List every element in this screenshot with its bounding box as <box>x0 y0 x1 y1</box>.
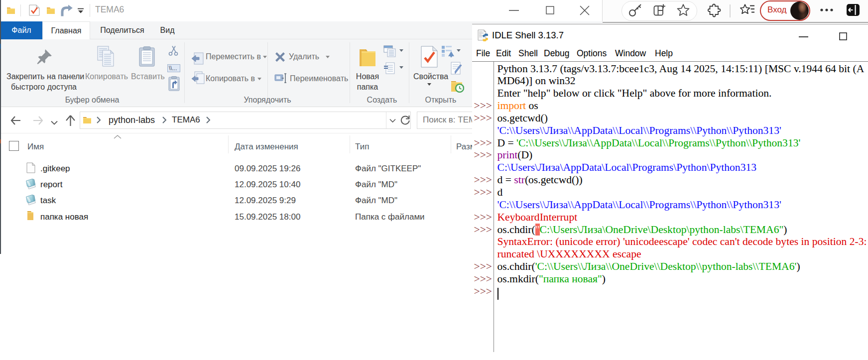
svg-text:\\...: \\... <box>169 65 177 72</box>
